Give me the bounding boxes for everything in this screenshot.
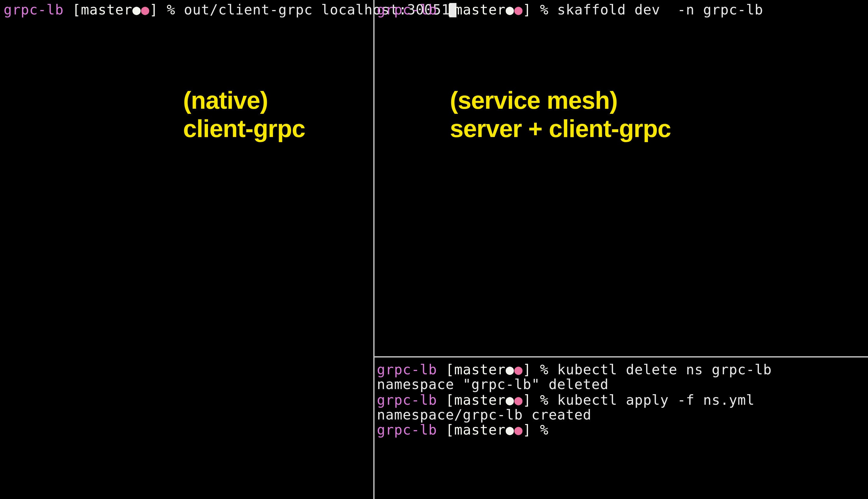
prompt-line[interactable]: grpc-lb [master●●] % kubectl apply -f ns… — [377, 392, 868, 407]
prompt-dir: grpc-lb — [4, 2, 63, 17]
annotation-left-line2: client-grpc — [183, 115, 305, 143]
terminal-pane-right-bottom[interactable]: grpc-lb [master●●] % kubectl delete ns g… — [373, 356, 868, 499]
command-text: skaffold dev -n grpc-lb — [557, 2, 763, 17]
prompt-dir: grpc-lb — [377, 2, 437, 17]
prompt-line[interactable]: grpc-lb [master●●] % out/client-grpc loc… — [4, 2, 373, 17]
prompt-line[interactable]: grpc-lb [master●●] % kubectl delete ns g… — [377, 362, 868, 377]
git-status-bullet-2: ● — [141, 2, 150, 17]
prompt-branch-open: [ — [445, 2, 454, 17]
prompt-branch-close: ] — [523, 2, 532, 17]
prompt-symbol: % — [167, 2, 175, 17]
prompt-line[interactable]: grpc-lb [master●●] % — [377, 423, 868, 438]
git-status-bullet-1: ● — [132, 2, 141, 17]
prompt-symbol: % — [540, 2, 549, 17]
output-line: namespace/grpc-lb created — [377, 408, 868, 423]
annotation-left: (native) client-grpc — [183, 87, 305, 143]
git-status-bullet-1: ● — [506, 2, 514, 17]
terminal-pane-right-top[interactable]: grpc-lb [master●●] % skaffold dev -n grp… — [373, 0, 868, 356]
annotation-right-line1: (service mesh) — [450, 87, 671, 115]
tmux-viewport: grpc-lb [master●●] % out/client-grpc loc… — [0, 0, 868, 499]
prompt-branch-open: [ — [72, 2, 81, 17]
annotation-left-line1: (native) — [183, 87, 305, 115]
prompt-line[interactable]: grpc-lb [master●●] % skaffold dev -n grp… — [377, 2, 868, 17]
prompt-branch: master — [454, 2, 506, 17]
pane-divider-vertical — [373, 0, 374, 499]
git-status-bullet-2: ● — [514, 2, 523, 17]
prompt-branch-close: ] — [150, 2, 158, 17]
annotation-right: (service mesh) server + client-grpc — [450, 87, 671, 143]
annotation-right-line2: server + client-grpc — [450, 115, 671, 143]
terminal-pane-left[interactable]: grpc-lb [master●●] % out/client-grpc loc… — [0, 0, 373, 499]
prompt-branch: master — [81, 2, 132, 17]
output-line: namespace "grpc-lb" deleted — [377, 377, 868, 392]
pane-divider-horizontal — [374, 356, 868, 357]
terminal-pane-right-column: grpc-lb [master●●] % skaffold dev -n grp… — [373, 0, 868, 499]
